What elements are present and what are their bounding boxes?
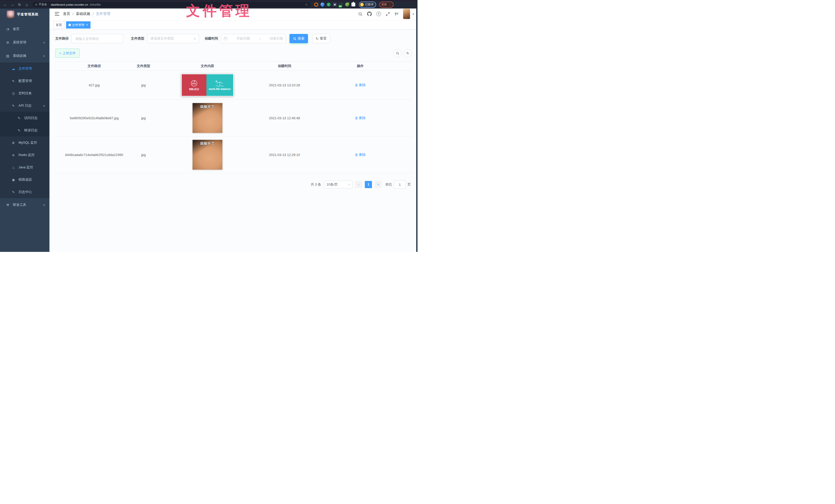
upload-file-button[interactable]: + 上传文件 bbox=[55, 48, 80, 58]
file-preview-996-badge[interactable]: 996.ICUwork-life balance bbox=[181, 74, 234, 97]
browser-menu-icon[interactable]: ⋮ bbox=[388, 3, 391, 6]
extension-check-icon[interactable]: ✓ bbox=[327, 3, 331, 6]
chevron-down-icon[interactable]: ▾ bbox=[413, 13, 414, 16]
next-page-button[interactable]: > bbox=[374, 181, 382, 188]
extension-grid-icon[interactable]: ▦ bbox=[333, 3, 337, 6]
sidebar-item[interactable]: ✎日志中心 bbox=[0, 186, 50, 198]
page-number-button[interactable]: 1 bbox=[365, 181, 372, 188]
sidebar-item[interactable]: ▤基础设施∧ bbox=[0, 49, 50, 62]
sidebar-item[interactable]: ⚙系统管理∨ bbox=[0, 36, 50, 49]
infra-icon: ▤ bbox=[6, 54, 10, 58]
sidebar-item[interactable]: ✎错误日志 bbox=[0, 124, 50, 136]
sidebar-item[interactable]: ≣MySQL 监控 bbox=[0, 136, 50, 149]
profile-avatar bbox=[360, 3, 364, 6]
created-time-cell: 2021-03-13 13:10:28 bbox=[261, 83, 308, 87]
prev-page-button[interactable]: < bbox=[355, 181, 362, 188]
refresh-table-button[interactable]: ↻ bbox=[404, 49, 412, 57]
plus-icon: + bbox=[59, 51, 61, 55]
github-icon[interactable] bbox=[367, 12, 372, 16]
file-preview-image[interactable]: 我裂开了 bbox=[192, 140, 222, 170]
reset-button-label: 重置 bbox=[320, 36, 326, 41]
badge-right-panel: work-life balance bbox=[206, 74, 233, 96]
address-bar[interactable]: ⚠不安全 | dashboard.yudao.iocoder.cn/infra/… bbox=[33, 2, 310, 7]
sidebar-item[interactable]: ◔首页 bbox=[0, 22, 50, 36]
file-type-label: 文件类型 bbox=[131, 36, 144, 41]
table-header-cell: 文件类型 bbox=[133, 64, 154, 68]
created-time-cell: 2021-03-13 12:45:48 bbox=[261, 116, 308, 120]
file-type-select[interactable]: 请选择文件类型 ∨ bbox=[147, 34, 199, 43]
delete-label: 删除 bbox=[359, 115, 366, 120]
goto-page-input[interactable] bbox=[394, 181, 406, 189]
fullscreen-icon[interactable] bbox=[386, 12, 390, 16]
date-range-picker[interactable]: 开始日期 - 结束日期 bbox=[221, 34, 286, 43]
extension-icon[interactable]: on bbox=[339, 3, 343, 6]
bookmark-star-icon[interactable]: ☆ bbox=[305, 3, 308, 6]
tab-item[interactable]: 首页 bbox=[53, 21, 64, 28]
breadcrumb: 首页/基础设施/文件管理 bbox=[63, 12, 110, 16]
date-separator: - bbox=[259, 37, 260, 41]
app-logo-row[interactable]: 芋道管理系统 bbox=[0, 7, 50, 21]
sidebar-item[interactable]: ◉链路追踪 bbox=[0, 173, 50, 186]
file-path-input-wrap bbox=[72, 34, 123, 43]
warning-icon: ⚠ bbox=[35, 3, 38, 6]
table-tools: ↻ bbox=[393, 49, 412, 57]
file-type-select-placeholder: 请选择文件类型 bbox=[150, 36, 174, 41]
table-header-cell: 文件内容 bbox=[154, 64, 261, 68]
user-avatar[interactable] bbox=[403, 9, 410, 19]
browser-reload-icon[interactable]: ↻ bbox=[17, 2, 23, 7]
page-size-select[interactable]: 10条/页 ∨ bbox=[324, 181, 352, 188]
search-icon[interactable] bbox=[358, 12, 363, 16]
sidebar-item[interactable]: ✎配置管理 bbox=[0, 75, 50, 87]
delete-button[interactable]: 删除 bbox=[355, 83, 366, 87]
sidebar-item-label: MySQL 监控 bbox=[19, 140, 37, 145]
sidebar-item[interactable]: ♨Java 监控 bbox=[0, 161, 50, 173]
tab-label: 文件管理 bbox=[72, 23, 84, 27]
navbar-actions: ? TT ▾ bbox=[358, 9, 414, 19]
toggle-search-button[interactable] bbox=[393, 49, 402, 57]
search-button[interactable]: 搜索 bbox=[289, 34, 308, 43]
file-path-input[interactable] bbox=[75, 37, 120, 41]
chevron-down-icon: ∨ bbox=[348, 183, 351, 186]
sidebar-item[interactable]: ≋Redis 监控 bbox=[0, 149, 50, 161]
sidebar-item[interactable]: ✎访问日志 bbox=[0, 112, 50, 124]
table-row: 5e8609290e915c4fa8b08e67.jpgjpg我裂开了2021-… bbox=[55, 100, 412, 136]
hamburger-icon[interactable] bbox=[55, 12, 59, 16]
extension-leaf-icon[interactable] bbox=[345, 3, 349, 6]
sidebar-item[interactable]: ☁文件管理 bbox=[0, 62, 50, 75]
docs-help-icon[interactable]: ? bbox=[376, 12, 381, 16]
extensions-puzzle-icon[interactable] bbox=[351, 3, 355, 6]
security-warning[interactable]: ⚠不安全 bbox=[35, 3, 47, 6]
sidebar-item[interactable]: ⚒研发工具∨ bbox=[0, 198, 50, 211]
sidebar-item[interactable]: ✎API 日志∧ bbox=[0, 100, 50, 112]
extension-icon[interactable] bbox=[320, 2, 325, 7]
close-icon[interactable]: × bbox=[86, 23, 88, 27]
delete-button[interactable]: 删除 bbox=[355, 152, 366, 157]
sidebar-item-label: 首页 bbox=[13, 27, 20, 31]
browser-home-icon[interactable]: ⌂ bbox=[24, 2, 30, 7]
edit-icon: ✎ bbox=[11, 79, 16, 83]
browser-update-button[interactable]: 更新 ⋮ bbox=[379, 2, 393, 8]
trash-icon bbox=[355, 153, 358, 156]
browser-profile-button[interactable]: 已暂停 bbox=[359, 2, 376, 8]
delete-button[interactable]: 删除 bbox=[355, 115, 366, 120]
java-icon: ♨ bbox=[11, 166, 16, 169]
browser-forward-icon[interactable]: → bbox=[9, 2, 16, 7]
page-scrollbar[interactable] bbox=[416, 7, 418, 252]
sidebar-item[interactable]: ◷定时任务 bbox=[0, 87, 50, 100]
goto-page: 前往 页 bbox=[385, 181, 411, 189]
breadcrumb-item[interactable]: 基础设施 bbox=[76, 12, 90, 16]
search-button-label: 搜索 bbox=[298, 36, 304, 41]
sidebar-item-label: 文件管理 bbox=[19, 66, 32, 71]
reset-button[interactable]: ↻ 重置 bbox=[312, 34, 330, 43]
browser-back-icon[interactable]: ← bbox=[2, 2, 8, 7]
calendar-icon bbox=[224, 37, 227, 40]
breadcrumb-item: 文件管理 bbox=[96, 12, 110, 16]
chevron-up-icon: ∧ bbox=[43, 104, 45, 107]
font-size-icon[interactable]: TT bbox=[394, 12, 399, 16]
extension-icon[interactable] bbox=[314, 3, 318, 7]
file-preview-image[interactable]: 我裂开了 bbox=[192, 103, 222, 133]
tab-active[interactable]: 文件管理× bbox=[66, 21, 90, 28]
sidebar-item-label: 日志中心 bbox=[19, 190, 32, 194]
breadcrumb-item[interactable]: 首页 bbox=[63, 12, 70, 16]
sidebar-item-label: 访问日志 bbox=[24, 115, 38, 120]
